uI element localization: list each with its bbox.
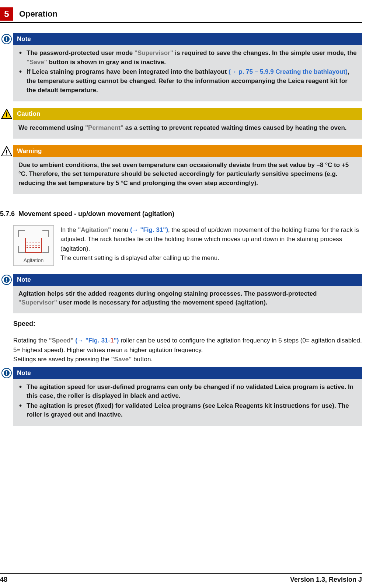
note-content: Agitation helps stir the added reagents … — [13, 286, 362, 313]
term-supervisor: "Supervisor" — [18, 299, 57, 306]
note-icon: ! — [0, 367, 13, 427]
callout-title: Note — [13, 367, 362, 379]
page-number: 48 — [0, 576, 7, 584]
chapter-title: Operation — [19, 9, 57, 19]
term-speed: "Speed" — [49, 337, 73, 344]
caution-callout: ! Caution We recommend using "Permanent"… — [0, 108, 362, 139]
section-heading: 5.7.6 Movement speed - up/down movement … — [0, 210, 362, 218]
caution-icon: ! — [0, 108, 13, 139]
term-permanent: "Permanent" — [85, 124, 123, 131]
note-bullet: The password-protected user mode "Superv… — [25, 49, 357, 67]
term-agitation: "Agitation" — [78, 226, 111, 233]
note-icon: ! — [0, 274, 13, 313]
cross-reference-link[interactable]: (→ "Fig. 31") — [130, 226, 168, 233]
warning-callout: ! Warning Due to ambient conditions, the… — [0, 145, 362, 194]
note-callout: ! Note Agitation helps stir the added re… — [0, 274, 362, 313]
cross-reference-link[interactable]: (→ "Fig. 31-1") — [75, 337, 119, 344]
callout-title: Note — [13, 33, 362, 45]
chapter-number-badge: 5 — [0, 7, 13, 21]
version-label: Version 1.3, Revision J — [290, 576, 362, 584]
intro-row: Agitation In the "Agitation" menu (→ "Fi… — [13, 225, 362, 266]
page-footer: 48 Version 1.3, Revision J — [0, 573, 373, 584]
note-callout: ! Note The agitation speed for user-defi… — [0, 367, 362, 427]
note-bullet: The agitation is preset (fixed) for vali… — [25, 401, 357, 420]
callout-title: Warning — [13, 145, 362, 157]
section-title: Movement speed - up/down movement (agita… — [18, 210, 174, 218]
speed-paragraph: Rotating the "Speed" (→ "Fig. 31-1") rol… — [13, 336, 362, 364]
section-number: 5.7.6 — [0, 210, 18, 218]
note-callout: ! Note The password-protected user mode … — [0, 33, 362, 101]
intro-text: In the "Agitation" menu (→ "Fig. 31"), t… — [60, 225, 362, 266]
note-bullet: If Leica staining programs have been int… — [25, 67, 357, 95]
term-save: "Save" — [111, 356, 132, 363]
agitation-graphic-icon — [25, 238, 42, 253]
warning-content: Due to ambient conditions, the set oven … — [13, 157, 362, 194]
term-supervisor: "Supervisor" — [135, 49, 173, 56]
callout-title: Note — [13, 274, 362, 286]
callout-title: Caution — [13, 108, 362, 120]
svg-text:!: ! — [6, 111, 8, 119]
note-icon: ! — [0, 33, 13, 101]
cross-reference-link[interactable]: (→ p. 75 – 5.9.9 Creating the bathlayout… — [229, 68, 348, 75]
page-header: 5 Operation — [0, 7, 362, 23]
note-bullet: The agitation speed for user-defined pro… — [25, 383, 357, 401]
warning-icon: ! — [0, 145, 13, 194]
agitation-tile-label: Agitation — [24, 257, 43, 263]
agitation-icon-tile: Agitation — [13, 225, 54, 266]
term-save: "Save" — [27, 59, 47, 66]
caution-content: We recommend using "Permanent" as a sett… — [13, 120, 362, 139]
svg-text:!: ! — [6, 149, 8, 156]
speed-heading: Speed: — [13, 320, 362, 328]
